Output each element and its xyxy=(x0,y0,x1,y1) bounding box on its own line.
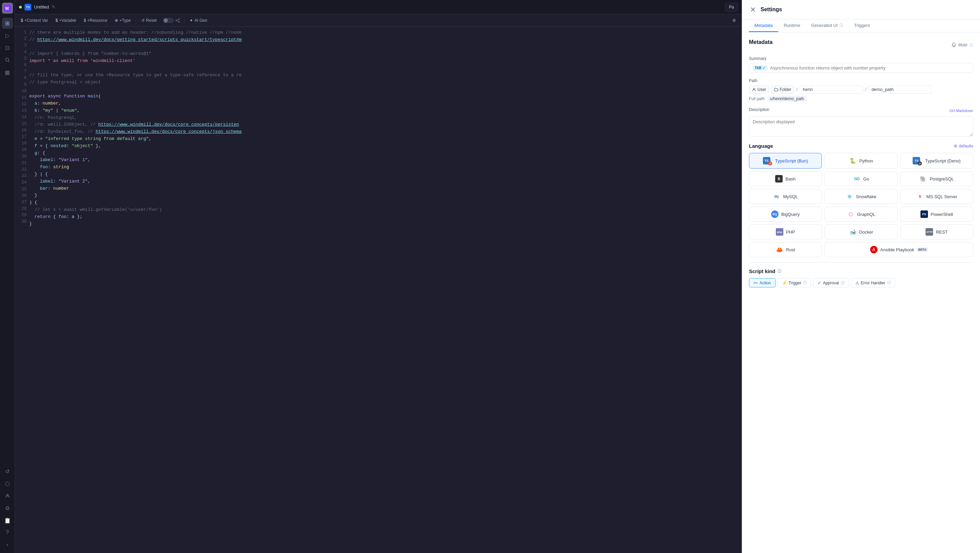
settings-body: Metadata Mute ⓘ Summary TAB ✓ Path User xyxy=(742,32,980,553)
lang-php[interactable]: php PHP xyxy=(749,225,822,239)
sidebar-item-home[interactable]: ⊞ xyxy=(2,18,13,29)
code-line-19: label: "Variant 1", xyxy=(29,157,742,164)
user-segment[interactable]: User xyxy=(749,86,769,94)
language-grid: TS ⚡ TypeScript (Bun) 🐍 Python TS D xyxy=(749,153,973,257)
lang-powershell[interactable]: PS PowerShell xyxy=(900,207,973,222)
summary-check-icon: ✓ xyxy=(762,66,765,70)
svg-line-8 xyxy=(177,19,179,20)
code-line-7: // fill the type, or use the +Resource t… xyxy=(29,72,742,79)
sidebar-item-users[interactable] xyxy=(2,490,13,501)
settings-panel: Settings Metadata Runtime Generated UI ⓘ… xyxy=(742,0,980,553)
full-path-value: u/henri/demo_path xyxy=(767,96,807,102)
sidebar-item-search[interactable] xyxy=(2,54,13,65)
pa-button[interactable]: Pa xyxy=(725,3,738,11)
svg-point-5 xyxy=(176,20,177,21)
lang-rest[interactable]: HTTP REST xyxy=(900,225,973,239)
gh-markdown-link[interactable]: GH Markdown xyxy=(950,108,973,113)
status-dot xyxy=(19,6,22,8)
gear-small-icon xyxy=(953,144,958,148)
script-kind-header: Script kind ⓘ xyxy=(749,268,973,274)
lang-go[interactable]: GO Go xyxy=(824,171,897,186)
code-line-13: //c: Postgresql, xyxy=(29,115,742,121)
sidebar-item-flow[interactable]: ▷ xyxy=(2,30,13,41)
lang-docker[interactable]: 🐋 Docker xyxy=(824,225,897,239)
script-title: Untitled xyxy=(34,5,49,10)
toggle-area[interactable] xyxy=(161,18,182,23)
tab-generated-ui[interactable]: Generated UI ⓘ xyxy=(806,19,849,32)
script-kind-trigger[interactable]: ⚡ Trigger ⓘ xyxy=(778,278,811,287)
lang-postgresql[interactable]: 🐘 PostgreSQL xyxy=(900,171,973,186)
toolbar: $ +Context Var $ +Variable $ +Resource ⊕… xyxy=(15,14,742,27)
sidebar-item-apps[interactable]: ⊡ xyxy=(2,42,13,53)
code-line-21: } | { xyxy=(29,171,742,178)
summary-input[interactable] xyxy=(770,65,969,70)
sidebar-item-settings[interactable]: ⚙ xyxy=(2,503,13,513)
settings-tabs: Metadata Runtime Generated UI ⓘ Triggers xyxy=(742,19,980,32)
lang-typescript-deno[interactable]: TS D TypeScript (Deno) xyxy=(900,153,973,169)
svg-point-2 xyxy=(5,58,8,61)
sidebar-item-runs[interactable]: ↺ xyxy=(2,466,13,477)
script-kind-info-icon: ⓘ xyxy=(778,269,781,274)
lang-mssql[interactable]: S MS SQL Server xyxy=(900,189,973,204)
description-header: Description GH Markdown xyxy=(749,107,973,114)
lang-rust[interactable]: 🦀 Rust xyxy=(749,242,822,257)
code-line-22: label: "Variant 2", xyxy=(29,178,742,185)
code-line-23: bar: number xyxy=(29,185,742,193)
settings-header: Settings xyxy=(742,0,980,19)
script-kind-error-handler[interactable]: ⚠ Error Handler ⓘ xyxy=(851,278,895,287)
path-username-input[interactable] xyxy=(800,85,863,94)
sidebar-item-help[interactable]: ? xyxy=(2,527,13,538)
tab-metadata[interactable]: Metadata xyxy=(749,19,778,32)
type-button[interactable]: ⊕ +Type xyxy=(111,16,134,25)
variable-button[interactable]: $ +Variable xyxy=(52,16,79,25)
edit-icon[interactable]: ✎ xyxy=(52,5,56,10)
code-line-3 xyxy=(29,44,742,51)
lang-ansible[interactable]: A Ansible Playbook BETA xyxy=(824,242,973,257)
settings-gear-button[interactable]: ⚙ xyxy=(729,16,739,25)
path-name-input[interactable] xyxy=(869,85,932,94)
settings-close-button[interactable] xyxy=(749,5,757,14)
sidebar-item-expand[interactable]: › xyxy=(2,539,13,550)
script-kind-tabs: <> Action ⚡ Trigger ⓘ ✓ Approval ⓘ ⚠ Err… xyxy=(749,278,973,287)
sidebar-item-dashboard[interactable]: ▦ xyxy=(2,67,13,78)
description-textarea[interactable] xyxy=(749,116,973,137)
folder-segment[interactable]: Folder xyxy=(771,86,794,94)
script-kind-action[interactable]: <> Action xyxy=(749,278,775,287)
tab-triggers[interactable]: Triggers xyxy=(849,19,875,32)
lang-python[interactable]: 🐍 Python xyxy=(824,153,897,169)
reset-button[interactable]: ↺ Reset xyxy=(138,16,159,25)
code-line-1: // there are multiple modes to add as he… xyxy=(29,29,742,37)
code-line-27: return { foo: a }; xyxy=(29,214,742,221)
lang-snowflake[interactable]: ❄ Snowflake xyxy=(824,189,897,204)
lang-graphql[interactable]: ⬡ GraphQL xyxy=(824,207,897,222)
tab-runtime[interactable]: Runtime xyxy=(778,19,805,32)
path-field-label: Path xyxy=(749,78,973,83)
context-var-button[interactable]: $ +Context Var xyxy=(18,16,51,25)
code-line-30 xyxy=(29,234,742,242)
code-line-6 xyxy=(29,65,742,72)
line-numbers: 12345 678910 1112131415 1617181920 21222… xyxy=(15,27,29,244)
code-editor[interactable]: 12345 678910 1112131415 1617181920 21222… xyxy=(15,27,742,553)
user-icon xyxy=(752,88,756,92)
code-line-24: } xyxy=(29,192,742,199)
script-kind-approval[interactable]: ✓ Approval ⓘ xyxy=(813,278,849,287)
ai-gen-button[interactable]: ✦ AI Gen xyxy=(186,16,210,25)
sidebar-item-audit[interactable]: 📋 xyxy=(2,515,13,526)
app-logo[interactable]: W xyxy=(2,3,13,14)
resource-button[interactable]: $ +Resource xyxy=(81,16,110,25)
language-header: Language defaults xyxy=(749,143,973,149)
share-icon xyxy=(175,18,180,23)
summary-field-label: Summary xyxy=(749,56,973,61)
lang-bash[interactable]: B Bash xyxy=(749,171,822,186)
code-line-5: import * as wmill from 'windmill-client' xyxy=(29,57,742,65)
defaults-link[interactable]: defaults xyxy=(953,144,973,148)
svg-text:W: W xyxy=(5,6,9,11)
lang-bigquery[interactable]: BQ BigQuery xyxy=(749,207,822,222)
topbar: TS Untitled ✎ Pa xyxy=(15,0,742,14)
sidebar-item-resources[interactable]: ⬡ xyxy=(2,478,13,489)
lang-mysql[interactable]: My MySQL xyxy=(749,189,822,204)
main-content: TS Untitled ✎ Pa $ +Context Var $ +Varia… xyxy=(15,0,742,553)
lang-typescript-bun[interactable]: TS ⚡ TypeScript (Bun) xyxy=(749,153,822,169)
bell-icon xyxy=(951,43,956,47)
approval-info-icon: ⓘ xyxy=(841,280,845,285)
